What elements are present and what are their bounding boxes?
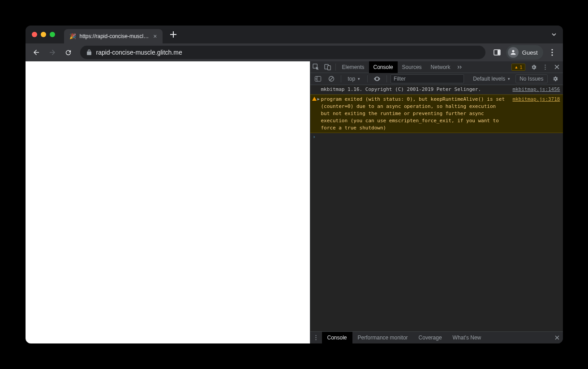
browser-window: 🎉 https://rapid-concise-muscle.g × rapid… <box>26 26 563 343</box>
expand-icon[interactable]: ▶ <box>318 96 320 102</box>
menu-button[interactable] <box>545 45 559 60</box>
lock-icon <box>86 49 92 56</box>
forward-button[interactable] <box>45 45 60 60</box>
svg-point-14 <box>315 337 316 338</box>
arrow-left-icon <box>32 48 40 56</box>
issues-button[interactable]: No Issues <box>515 74 547 83</box>
drawer-tab-coverage[interactable]: Coverage <box>413 332 447 344</box>
side-panel-button[interactable] <box>490 45 504 60</box>
address-bar[interactable]: rapid-concise-muscle.glitch.me <box>80 46 485 59</box>
log-row: ▶ program exited (with status: 0), but k… <box>310 94 563 133</box>
gear-icon <box>552 76 558 82</box>
tab-sources[interactable]: Sources <box>398 61 426 73</box>
svg-point-10 <box>545 69 545 69</box>
device-icon <box>324 64 331 70</box>
device-mode-button[interactable] <box>322 61 334 73</box>
svg-point-9 <box>545 66 545 67</box>
tabs-dropdown-button[interactable] <box>549 29 559 40</box>
svg-point-15 <box>315 339 316 340</box>
kebab-icon <box>545 64 546 70</box>
kebab-icon <box>551 49 553 56</box>
svg-point-13 <box>315 335 316 336</box>
devtools-panel: Elements Console Sources Network ▲ 1 <box>310 61 563 343</box>
console-sidebar-toggle[interactable] <box>312 73 324 85</box>
context-select[interactable]: top ▼ <box>345 74 364 83</box>
gear-icon <box>531 64 537 70</box>
svg-point-2 <box>551 49 553 50</box>
log-levels-select[interactable]: Default levels ▼ <box>470 74 514 83</box>
page-viewport[interactable] <box>26 61 310 343</box>
reload-button[interactable] <box>61 45 76 60</box>
context-label: top <box>348 76 356 82</box>
warning-icon: ▲ <box>514 65 518 69</box>
tab-close-icon[interactable]: × <box>153 33 157 40</box>
log-message: program exited (with status: 0), but kee… <box>321 96 507 132</box>
drawer-tab-whatsnew[interactable]: What's New <box>447 332 487 344</box>
chevrons-icon <box>458 64 463 70</box>
drawer-tab-performance[interactable]: Performance monitor <box>352 332 413 344</box>
svg-point-4 <box>551 54 553 56</box>
kebab-icon <box>315 335 317 341</box>
sidebar-toggle-icon <box>315 76 321 82</box>
back-button[interactable] <box>29 45 43 60</box>
log-source-link[interactable]: mkbitmap.js:3718 <box>513 96 560 132</box>
tab-title: https://rapid-concise-muscle.g <box>80 33 150 39</box>
drawer-close-button[interactable] <box>551 335 563 340</box>
devtools-close-button[interactable] <box>551 61 563 73</box>
clear-icon <box>328 76 335 82</box>
devtools-tabs: Elements Console Sources Network ▲ 1 <box>310 61 563 73</box>
svg-rect-7 <box>328 66 331 70</box>
svg-rect-1 <box>498 50 500 55</box>
console-toolbar: top ▼ Default levels ▼ No Issues <box>310 73 563 85</box>
eye-icon <box>373 76 381 82</box>
new-tab-button[interactable] <box>167 28 180 41</box>
arrow-right-icon <box>48 48 56 56</box>
panel-icon <box>494 49 501 56</box>
warnings-badge[interactable]: ▲ 1 <box>511 64 525 71</box>
console-settings-button[interactable] <box>549 73 561 85</box>
minimize-window-button[interactable] <box>41 32 46 37</box>
toolbar: rapid-concise-muscle.glitch.me Guest <box>26 43 563 61</box>
filter-input[interactable] <box>391 74 464 83</box>
plus-icon <box>170 31 176 38</box>
reload-icon <box>64 49 72 56</box>
avatar-icon <box>508 47 519 58</box>
content-area: Elements Console Sources Network ▲ 1 <box>26 61 563 343</box>
window-controls <box>32 32 55 37</box>
console-prompt[interactable]: › <box>310 133 563 142</box>
devtools-drawer: Console Performance monitor Coverage Wha… <box>310 331 563 343</box>
url-text: rapid-concise-muscle.glitch.me <box>96 49 182 56</box>
close-window-button[interactable] <box>32 32 37 37</box>
profile-button[interactable]: Guest <box>506 45 543 60</box>
tab-console[interactable]: Console <box>369 61 398 73</box>
devtools-settings-button[interactable] <box>528 61 540 73</box>
log-row: mkbitmap 1.16. Copyright (C) 2001-2019 P… <box>310 85 563 94</box>
tab-favicon: 🎉 <box>69 33 76 39</box>
browser-tab[interactable]: 🎉 https://rapid-concise-muscle.g × <box>64 29 163 43</box>
chevron-down-icon <box>551 32 557 37</box>
svg-point-3 <box>551 51 553 53</box>
log-source-link[interactable]: mkbitmap.js:1456 <box>513 86 560 93</box>
console-body[interactable]: mkbitmap 1.16. Copyright (C) 2001-2019 P… <box>310 85 563 331</box>
clear-console-button[interactable] <box>326 73 337 85</box>
log-message: mkbitmap 1.16. Copyright (C) 2001-2019 P… <box>321 86 507 93</box>
live-expression-button[interactable] <box>371 73 383 85</box>
close-icon <box>555 335 559 340</box>
titlebar: 🎉 https://rapid-concise-muscle.g × <box>26 26 563 43</box>
svg-point-8 <box>545 64 545 65</box>
tab-elements[interactable]: Elements <box>338 61 369 73</box>
toolbar-right: Guest <box>490 45 559 60</box>
maximize-window-button[interactable] <box>50 32 55 37</box>
drawer-tab-console[interactable]: Console <box>322 332 352 344</box>
inspect-element-button[interactable] <box>310 61 322 73</box>
drawer-menu-button[interactable] <box>310 332 322 343</box>
inspect-icon <box>313 64 319 70</box>
chevron-down-icon: ▼ <box>507 77 511 81</box>
log-levels-label: Default levels <box>473 76 505 82</box>
devtools-menu-button[interactable] <box>540 61 551 73</box>
tabs-overflow-button[interactable] <box>455 61 466 73</box>
warnings-count: 1 <box>519 64 522 70</box>
close-icon <box>554 64 559 69</box>
tab-network[interactable]: Network <box>426 61 455 73</box>
profile-label: Guest <box>522 49 538 56</box>
